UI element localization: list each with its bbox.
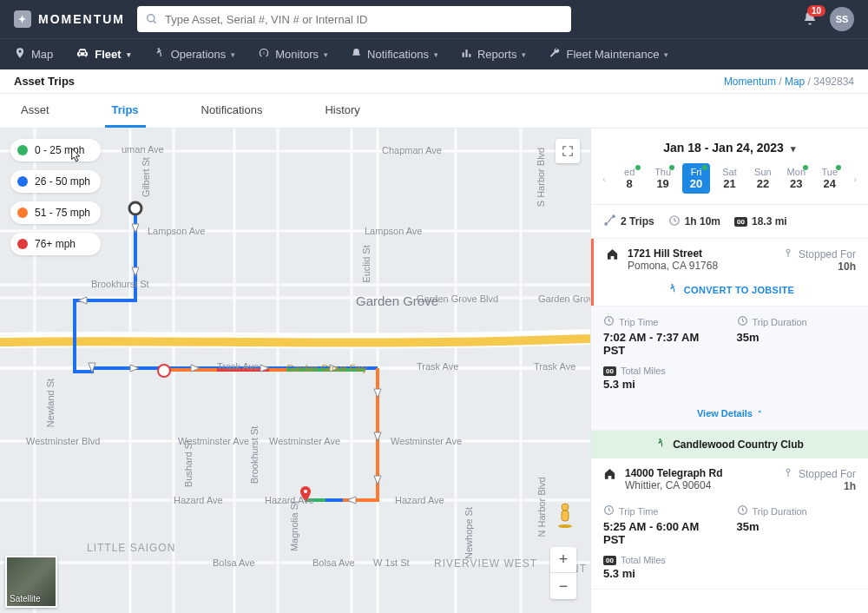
nav-notifications[interactable]: Notifications▾: [351, 48, 438, 62]
chevron-down-icon: ▾: [664, 50, 668, 59]
svg-point-38: [158, 365, 170, 377]
trip-metrics: Trip Time 7:02 AM - 7:37 AM PST Trip Dur…: [591, 306, 868, 431]
map-label: Trask Ave: [534, 361, 575, 372]
chevron-down-icon: ▾: [324, 50, 328, 59]
map-label: Westminster Ave: [269, 436, 340, 446]
main-nav: Map Fleet▾ Operations▾ Monitors▾ Notific…: [0, 38, 868, 69]
day-cell[interactable]: ed8: [615, 163, 643, 194]
breadcrumb-root[interactable]: Momentum: [724, 76, 776, 88]
odometer-icon: 00: [603, 556, 616, 565]
breadcrumb-section[interactable]: Map: [785, 76, 805, 88]
chevron-down-icon: ▾: [522, 50, 526, 59]
legend-item[interactable]: 0 - 25 mph: [10, 139, 101, 161]
map-label: Brookhurst St: [91, 279, 149, 289]
breadcrumb: Momentum / Map / 3492834: [724, 76, 854, 88]
legend-item[interactable]: 76+ mph: [10, 233, 101, 255]
wrench-icon: [549, 47, 561, 62]
nav-maintenance[interactable]: Fleet Maintenance▾: [549, 47, 668, 62]
svg-point-0: [148, 15, 155, 22]
zoom-in-button[interactable]: +: [550, 547, 576, 573]
legend-dot-icon: [17, 145, 28, 155]
cursor-pointer-icon: [69, 148, 85, 168]
streetview-pegman[interactable]: [556, 503, 575, 533]
date-range-picker[interactable]: Jan 18 - Jan 24, 2023 ▾: [591, 129, 868, 163]
svg-point-37: [304, 490, 307, 493]
zoom-out-button[interactable]: −: [550, 573, 576, 599]
svg-point-51: [786, 469, 790, 472]
days-next-button[interactable]: ›: [849, 174, 861, 184]
svg-point-40: [562, 504, 569, 511]
day-cell[interactable]: Fri20: [682, 163, 710, 194]
nav-reports[interactable]: Reports▾: [461, 48, 527, 62]
speed-legend: 0 - 25 mph 26 - 50 mph 51 - 75 mph 76+ m…: [10, 139, 101, 255]
nav-operations[interactable]: Operations▾: [154, 47, 236, 62]
map-label: Magnolia St: [289, 501, 299, 551]
svg-point-47: [671, 284, 673, 286]
trip-time: 7:02 AM - 7:37 AM PST: [603, 331, 723, 357]
route-icon: [603, 214, 616, 229]
days-prev-button[interactable]: ‹: [598, 174, 610, 184]
map-label: Lampson Ave: [365, 226, 422, 236]
breadcrumb-id: 3492834: [813, 76, 854, 88]
day-cell[interactable]: Sun22: [749, 163, 777, 194]
day-strip: ‹ ed8Thu19Fri20Sat21Sun22Mon23Tue24 ›: [591, 163, 868, 205]
map-label: N Harbor Blvd: [536, 477, 547, 537]
pegman-icon: [556, 503, 575, 529]
nav-map[interactable]: Map: [14, 47, 53, 62]
total-miles: 5.3 mi: [603, 378, 856, 391]
map-canvas[interactable]: uman Ave Chapman Ave Lampson Ave Lampson…: [0, 129, 590, 613]
svg-point-50: [660, 438, 661, 440]
map-label: Hazard Ave: [395, 495, 444, 505]
day-cell[interactable]: Thu19: [648, 163, 676, 194]
day-cell[interactable]: Tue24: [816, 163, 844, 194]
activity-dot-icon: [669, 165, 674, 170]
clock-icon: [603, 504, 615, 518]
stop-pin-icon: [783, 468, 796, 480]
chart-icon: [461, 48, 472, 62]
nav-fleet[interactable]: Fleet▾: [76, 46, 130, 63]
person-dig-icon: [655, 438, 667, 452]
trips-summary: 2 Trips 1h 10m 0018.3 mi: [591, 205, 868, 239]
trip-time: 5:25 AM - 6:00 AM PST: [603, 520, 723, 546]
home-icon: [603, 467, 616, 492]
page-title: Asset Trips: [14, 75, 75, 88]
map-label-area: LITTLE SAIGON: [87, 542, 175, 554]
tab-notifications[interactable]: Notifications: [194, 95, 270, 128]
user-avatar[interactable]: SS: [830, 7, 854, 31]
view-details-link[interactable]: View Details ˄: [697, 408, 762, 419]
map-pin-icon: [14, 47, 26, 62]
search-box[interactable]: [137, 6, 571, 32]
notifications-badge: 10: [807, 5, 825, 16]
tab-asset[interactable]: Asset: [14, 95, 56, 128]
map-label: Garden Grove Blvd: [538, 293, 590, 304]
odometer-icon: 00: [603, 366, 616, 376]
map-label: Trask Ave: [217, 361, 259, 372]
search-input[interactable]: [165, 13, 562, 26]
legend-dot-icon: [17, 208, 28, 218]
fullscreen-button[interactable]: [556, 139, 580, 163]
zoom-controls: + −: [550, 547, 576, 599]
map-label: Bushard St: [183, 440, 194, 487]
day-cell[interactable]: Mon23: [782, 163, 810, 194]
topbar: ✦ MOMENTUM 10 SS: [0, 0, 868, 38]
jobsite-name: Candlewood Country Club: [591, 431, 868, 458]
map-label: Garden Grove Fwy: [286, 363, 367, 373]
day-cell[interactable]: Sat21: [715, 163, 743, 194]
nav-monitors[interactable]: Monitors▾: [258, 47, 328, 62]
legend-item[interactable]: 26 - 50 mph: [10, 170, 101, 193]
legend-item[interactable]: 51 - 75 mph: [10, 201, 101, 224]
tab-history[interactable]: History: [318, 95, 366, 128]
convert-to-jobsite-button[interactable]: CONVERT TO JOBSITE: [667, 283, 794, 296]
tab-trips[interactable]: Trips: [105, 95, 146, 128]
logo[interactable]: ✦ MOMENTUM: [14, 10, 125, 28]
brand-text: MOMENTUM: [38, 12, 125, 26]
svg-point-36: [129, 202, 141, 214]
chevron-down-icon: ▾: [231, 50, 235, 59]
subheader: Asset Trips Momentum / Map / 3492834: [0, 69, 868, 94]
logo-mark-icon: ✦: [14, 10, 31, 28]
activity-dot-icon: [836, 165, 841, 170]
trip-card: Candlewood Country Club 14000 Telegraph …: [591, 431, 868, 590]
clock-icon: [668, 214, 681, 229]
satellite-toggle[interactable]: Satellite: [5, 556, 57, 608]
notifications-bell[interactable]: 10: [802, 10, 818, 29]
